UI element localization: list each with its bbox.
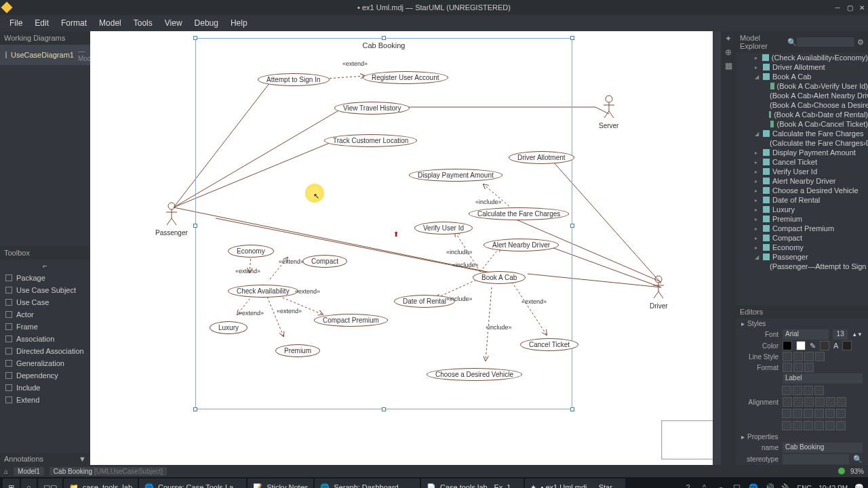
tree-item[interactable]: (Book A Cab›Date of Rental) (736, 110, 868, 119)
usecase-track[interactable]: Track Customer Location (324, 134, 417, 147)
usecase-luxury[interactable]: Luxury (210, 321, 248, 334)
tree-item[interactable]: ◢Calculate the Fare Charges (736, 129, 868, 138)
extension-icon[interactable]: ✦ (723, 34, 734, 45)
label-mode[interactable]: Label (783, 373, 863, 384)
start-button[interactable]: ⊞ (3, 479, 20, 488)
usecase-register[interactable]: Register User Account (363, 71, 448, 84)
tree-item[interactable]: ▸Cancel Ticket (736, 157, 868, 167)
toolbox-package[interactable]: Package (0, 272, 90, 284)
color-bg[interactable] (796, 341, 806, 350)
actor-server[interactable]: Server (599, 95, 618, 129)
toolbox-use-case-subject[interactable]: Use Case Subject (0, 284, 90, 296)
scrollbar-vertical[interactable] (713, 31, 721, 465)
minimap[interactable] (661, 420, 715, 460)
usecase-economy[interactable]: Economy (228, 245, 274, 258)
search-button[interactable]: ○ (21, 479, 37, 488)
tree-item[interactable]: ▸(Check Availability›Economy) (736, 53, 868, 62)
tray-notifications-icon[interactable]: 💬 (854, 483, 864, 488)
toolbox-extend[interactable]: Extend (0, 394, 90, 406)
toolbox-frame[interactable]: Frame (0, 321, 90, 333)
taskview-button[interactable]: ▢▢ (38, 479, 62, 488)
usecase-premium[interactable]: Premium (275, 344, 320, 357)
styles-section[interactable]: ▸ Styles (736, 319, 868, 329)
usecase-attempt[interactable]: Attempt to Sign In (258, 73, 330, 86)
annotations-header[interactable]: Annotations▼ (0, 453, 90, 465)
status-home-icon[interactable]: ⌂ (4, 468, 8, 475)
tree-item[interactable]: ◢Book A Cab (736, 72, 868, 81)
tray-lang[interactable]: ENG (797, 485, 812, 489)
taskbar-item[interactable]: 📄Case tools lab - Ex. 1… (421, 479, 524, 488)
minimize-button[interactable]: ─ (831, 1, 844, 14)
toolbox-directed-association[interactable]: Directed Association (0, 345, 90, 357)
tree-item[interactable]: ▸Compact Premium (736, 224, 868, 233)
tree-item[interactable]: ▸Premium (736, 214, 868, 224)
menu-view[interactable]: View (159, 16, 188, 30)
menu-edit[interactable]: Edit (29, 16, 54, 30)
tray-time[interactable]: 10:42 PM (818, 485, 848, 489)
menu-help[interactable]: Help (225, 16, 253, 30)
tree-item[interactable]: (Passenger—Attempt to Sign In) (736, 262, 868, 271)
toolbox-dependency[interactable]: Dependency (0, 369, 90, 382)
search-input[interactable] (797, 37, 854, 47)
tray-defender-icon[interactable]: 🛡 (732, 483, 742, 488)
taskbar-item[interactable]: ✦• ex1 Uml.mdj — Star… (525, 479, 625, 488)
tree-item[interactable]: ◢Passenger (736, 252, 868, 262)
tree-item[interactable]: ▸Date of Rental (736, 195, 868, 205)
usecase-allotment[interactable]: Driver Allotment (509, 151, 574, 164)
taskbar-item[interactable]: 🌐Seraph: Dashboard – … (315, 479, 420, 488)
tree-item[interactable]: ▸Alert Nearby Driver (736, 176, 868, 186)
toolbox-actor[interactable]: Actor (0, 308, 90, 321)
tray-battery-icon[interactable]: 🔌 (781, 483, 791, 488)
working-diagram-item[interactable]: UseCaseDiagram1 — Model1 (0, 45, 90, 65)
menu-debug[interactable]: Debug (189, 16, 224, 30)
color-text[interactable] (842, 341, 852, 350)
usecase-cancel[interactable]: Cancel Ticket (520, 338, 578, 351)
menu-format[interactable]: Format (56, 16, 92, 30)
usecase-check[interactable]: Check Availability (228, 285, 298, 298)
maximize-button[interactable]: ▢ (844, 1, 856, 14)
tree-item[interactable]: (Calculate the Fare Charges›Display...) (736, 138, 868, 148)
tray-network-icon[interactable]: 🌐 (749, 483, 758, 488)
grid-icon[interactable]: ▦ (723, 61, 734, 72)
tree-item[interactable]: ▸Choose a Desired Vehicle (736, 186, 868, 195)
target-icon[interactable]: ⊕ (723, 47, 734, 58)
diagram-subject[interactable]: Cab Booking (195, 38, 572, 409)
tree-item[interactable]: ▸Compact (736, 233, 868, 243)
search-small-icon[interactable]: 🔍 (853, 455, 863, 464)
usecase-alert[interactable]: Alert Nearby Driver (484, 239, 559, 251)
usecase-compact-premium[interactable]: Compact Premium (314, 314, 388, 327)
taskbar-item[interactable]: 📝Sticky Notes (248, 479, 313, 488)
menu-model[interactable]: Model (94, 16, 127, 30)
tray-chevron-icon[interactable]: ^ (700, 483, 709, 488)
toolbox-generalization[interactable]: Generalization (0, 357, 90, 369)
tray-volume-icon[interactable]: 🔊 (765, 483, 774, 488)
tree-item[interactable]: ▸Economy (736, 243, 868, 252)
menu-file[interactable]: File (4, 16, 28, 30)
settings-icon[interactable]: ⚙ (857, 38, 864, 47)
tree-item[interactable]: (Book A Cab›Choose a Desired Vehicle) (736, 100, 868, 110)
usecase-display[interactable]: Display Payment Amount (409, 169, 502, 182)
tree-item[interactable]: ▸Display Payment Amount (736, 148, 868, 157)
tree-item[interactable]: (Book A Cab›Verify User Id) (736, 81, 868, 91)
prop-stereo[interactable] (783, 454, 849, 464)
tree-item[interactable]: (Book A Cab›Alert Nearby Driver) (736, 91, 868, 100)
tree-item[interactable]: ▸Driver Allotment (736, 62, 868, 72)
font-select[interactable]: Arial (783, 329, 829, 340)
font-size[interactable]: 13 (833, 329, 848, 340)
breadcrumb-element[interactable]: Cab Booking [UMLUseCaseSubject] (50, 467, 167, 476)
usecase-verify[interactable]: Verify User Id (414, 222, 473, 235)
toolbox-include[interactable]: Include (0, 382, 90, 394)
tray-help-icon[interactable]: ? (684, 483, 693, 488)
search-icon[interactable]: 🔍 (787, 38, 797, 47)
zoom-level[interactable]: 93% (850, 468, 864, 475)
usecase-choose[interactable]: Choose a Desired Vehicle (427, 368, 522, 381)
usecase-book[interactable]: Book A Cab (473, 271, 526, 284)
usecase-compact[interactable]: Compact (302, 255, 347, 268)
taskbar-item[interactable]: 🌐Course: Case Tools La… (139, 479, 246, 488)
tree-item[interactable]: (Book A Cab›Cancel Ticket) (736, 119, 868, 129)
taskbar-item[interactable]: 📁case_tools_lab (64, 479, 138, 488)
toolbox-use-case[interactable]: Use Case (0, 296, 90, 308)
actor-passenger[interactable]: Passenger (155, 202, 188, 237)
color-line[interactable] (820, 341, 829, 350)
pencil-icon[interactable]: ✎ (810, 342, 816, 350)
